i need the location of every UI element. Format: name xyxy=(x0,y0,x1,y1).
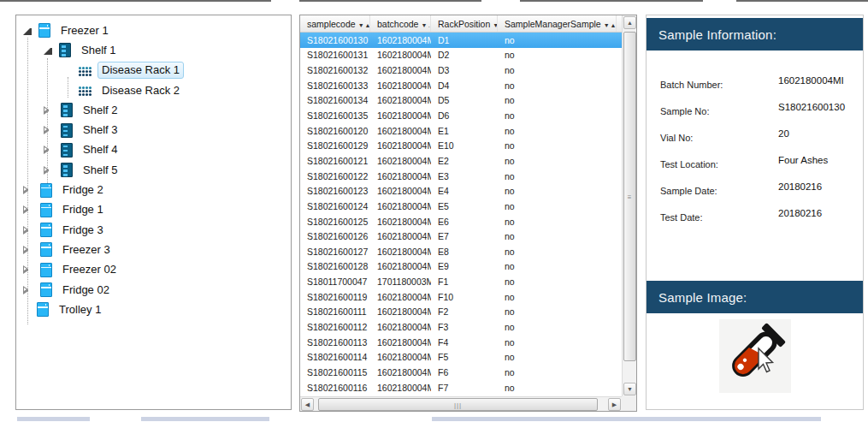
field-value: 20180216 xyxy=(778,208,822,218)
table-row[interactable]: S180216001341602180004MID5no xyxy=(300,93,622,109)
table-row[interactable]: S180216001141602180004MIF5no xyxy=(300,349,622,365)
info-field-batch-number: Batch Number:1602180004MI xyxy=(660,73,863,99)
tree-item-shelf-1[interactable]: Shelf 1 xyxy=(16,40,291,60)
vertical-scrollbar[interactable]: ▲ ≡ ▼ xyxy=(622,15,636,396)
column-header-batchcode[interactable]: batchcode▼… xyxy=(370,15,431,32)
cell-samplecode: S18021600127 xyxy=(300,247,370,257)
tree-item-shelf-3[interactable]: Shelf 3 xyxy=(16,120,291,140)
expand-arrow-icon[interactable] xyxy=(44,106,52,115)
tree-item-trolley-1[interactable]: Trolley 1 xyxy=(16,300,291,319)
cell-samplecode: S18021600123 xyxy=(300,186,370,196)
table-row[interactable]: S180216001131602180004MIF4no xyxy=(300,335,622,350)
expand-arrow-icon[interactable] xyxy=(23,205,32,214)
table-row[interactable]: S180216001151602180004MIF6no xyxy=(300,365,622,380)
tree-item-fridge-1[interactable]: Fridge 1 xyxy=(16,200,291,220)
column-header-samplecode[interactable]: samplecode▼▲ xyxy=(300,15,370,32)
cell-sample-manager-sample: no xyxy=(498,292,617,302)
cell-rack-position: F10 xyxy=(431,292,498,302)
tree-item-fridge-02[interactable]: Fridge 02 xyxy=(16,280,291,300)
cell-samplecode: S18021600111 xyxy=(300,306,370,317)
table-row[interactable]: S180216001251602180004MIE6no xyxy=(300,214,622,229)
cell-rack-position: F4 xyxy=(431,337,498,348)
horizontal-scrollbar[interactable]: ◀ ||| ▶ xyxy=(300,396,622,411)
cell-rack-position: D3 xyxy=(431,65,498,75)
sort-icons[interactable]: ▼… xyxy=(421,22,431,28)
tree-item-label: Shelf 1 xyxy=(77,42,120,59)
tree-item-fridge-2[interactable]: Fridge 2 xyxy=(16,180,291,199)
scroll-right-button[interactable]: ▶ xyxy=(608,398,621,411)
cell-samplecode: S18021600135 xyxy=(300,110,370,121)
collapse-arrow-icon[interactable] xyxy=(23,27,32,35)
cell-samplecode: S18021600124 xyxy=(300,201,370,211)
table-row[interactable]: S180216001261602180004MIE7no xyxy=(300,229,622,244)
table-row[interactable]: S180216001291602180004MIE10no xyxy=(300,138,622,153)
collapse-arrow-icon[interactable] xyxy=(44,46,52,55)
expand-arrow-icon[interactable] xyxy=(23,246,32,254)
table-row[interactable]: S180117000471701180003MIF1no xyxy=(300,274,622,289)
horizontal-scrollbar-thumb[interactable]: ||| xyxy=(318,398,598,411)
expand-arrow-icon[interactable] xyxy=(44,166,52,175)
sample-table: samplecode▼▲batchcode▼…RackPosition▼▲Sam… xyxy=(300,15,622,396)
scrollbar-grip: ≡ xyxy=(628,193,633,200)
table-row[interactable]: S180216001211602180004MIE2no xyxy=(300,153,622,169)
table-row[interactable]: S180216001121602180004MIF3no xyxy=(300,319,622,335)
table-row[interactable]: S180216001301602180004MID1no xyxy=(300,33,622,48)
table-row[interactable]: S180216001161602180004MIF7no xyxy=(300,380,622,395)
expand-arrow-icon[interactable] xyxy=(23,286,32,294)
cell-sample-manager-sample: no xyxy=(498,352,617,362)
table-row[interactable]: S180216001241602180004MIE5no xyxy=(300,199,622,214)
scroll-up-button[interactable]: ▲ xyxy=(623,16,636,29)
cell-batchcode: 1602180004MI xyxy=(370,352,431,362)
cell-rack-position: D2 xyxy=(431,50,498,60)
expand-arrow-icon[interactable] xyxy=(23,265,32,274)
expand-arrow-icon[interactable] xyxy=(23,226,32,235)
tree-item-disease-rack-1[interactable]: Disease Rack 1 xyxy=(16,61,291,80)
table-row[interactable]: S180216001201602180004MIE1no xyxy=(300,123,622,139)
table-row[interactable]: S180216001281602180004MIE9no xyxy=(300,259,622,275)
cell-sample-manager-sample: no xyxy=(498,140,617,151)
tree-item-shelf-4[interactable]: Shelf 4 xyxy=(16,140,291,160)
tree-item-fridge-3[interactable]: Fridge 3 xyxy=(16,220,291,240)
cell-batchcode: 1602180004MI xyxy=(370,35,431,45)
tree-item-label: Freezer 3 xyxy=(58,241,115,259)
tree-item-freezer-1[interactable]: Freezer 1 xyxy=(16,21,291,40)
expand-arrow-icon[interactable] xyxy=(23,186,32,194)
column-header-samplemanagersample[interactable]: SampleManagerSample▼▲ xyxy=(498,15,617,32)
table-row[interactable]: S180216001191602180004MIF10no xyxy=(300,289,622,305)
scroll-down-button[interactable]: ▼ xyxy=(623,383,636,395)
tree-item-freezer-3[interactable]: Freezer 3 xyxy=(16,240,291,259)
expand-arrow-icon[interactable] xyxy=(44,126,52,134)
cell-batchcode: 1602180004MI xyxy=(370,306,431,317)
vertical-scrollbar-thumb[interactable]: ≡ xyxy=(623,32,636,361)
cell-batchcode: 1602180004MI xyxy=(370,186,431,196)
expand-arrow-icon[interactable] xyxy=(44,146,52,154)
table-row[interactable]: S180216001331602180004MID4no xyxy=(300,78,622,93)
table-row[interactable]: S180216001321602180004MID3no xyxy=(300,62,622,78)
tree-item-label: Shelf 5 xyxy=(79,162,121,179)
column-header-rackposition[interactable]: RackPosition▼▲ xyxy=(431,15,498,32)
tree-item-freezer-02[interactable]: Freezer 02 xyxy=(16,260,291,280)
cell-samplecode: S18021600126 xyxy=(300,231,370,241)
table-row[interactable]: S180216001311602180004MID2no xyxy=(300,48,622,63)
sort-icons[interactable]: ▼▲ xyxy=(358,22,370,28)
table-row[interactable]: S180216001351602180004MID6no xyxy=(300,108,622,123)
info-field-sample-no: Sample No:S18021600130 xyxy=(660,99,863,126)
table-row[interactable]: S180216001271602180004MIE8no xyxy=(300,244,622,259)
cell-batchcode: 1602180004MI xyxy=(370,140,431,151)
cell-batchcode: 1602180004MI xyxy=(370,261,431,271)
cell-batchcode: 1602180004MI xyxy=(370,247,431,257)
table-row[interactable]: S180216001221602180004MIE3no xyxy=(300,169,622,184)
scroll-left-button[interactable]: ◀ xyxy=(301,398,314,411)
info-field-vial-no: Vial No:20 xyxy=(660,126,863,152)
table-row[interactable]: S180216001111602180004MIF2no xyxy=(300,305,622,320)
tree-item-shelf-2[interactable]: Shelf 2 xyxy=(16,100,291,120)
table-row[interactable]: S180216001231602180004MIE4no xyxy=(300,183,622,199)
cell-rack-position: E9 xyxy=(431,261,498,271)
cell-samplecode: S18021600114 xyxy=(300,352,370,362)
storage-tree: Freezer 1Shelf 1Disease Rack 1Disease Ra… xyxy=(16,15,291,319)
tree-item-shelf-5[interactable]: Shelf 5 xyxy=(16,160,291,180)
tree-item-disease-rack-2[interactable]: Disease Rack 2 xyxy=(16,80,291,100)
no-expander xyxy=(23,306,32,314)
sort-icons[interactable]: ▼▲ xyxy=(604,22,617,28)
cell-sample-manager-sample: no xyxy=(498,383,617,393)
